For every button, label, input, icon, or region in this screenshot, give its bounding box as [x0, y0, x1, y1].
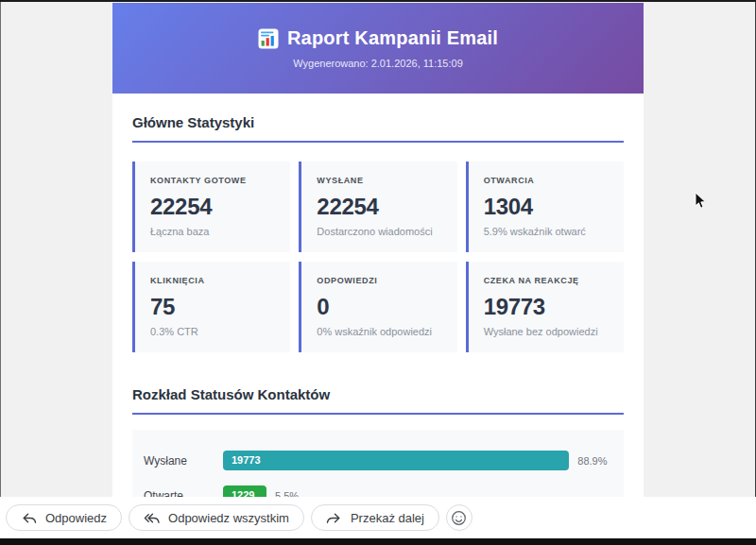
stat-card-klikniecia: KLIKNIĘCIA 75 0.3% CTR: [132, 262, 290, 352]
stat-value: 22254: [317, 195, 441, 219]
chart-bar-otwarte: 1229: [223, 485, 266, 497]
smiley-icon: [451, 510, 467, 526]
chart-row-wyslane: Wysłane 19773 88.9%: [144, 451, 612, 470]
status-distribution-chart: Wysłane 19773 88.9% Otwarte 1229 5.5%: [132, 430, 624, 497]
email-action-bar: Odpowiedz Odpowiedz wszystkim Przekaż da…: [0, 497, 756, 538]
mouse-cursor: [695, 192, 707, 213]
reply-icon: [21, 511, 37, 525]
reply-all-button[interactable]: Odpowiedz wszystkim: [129, 504, 304, 531]
stat-subtext: Dostarczono wiadomości: [317, 226, 441, 238]
email-title: Raport Kampanii Email: [287, 27, 498, 49]
chart-bar-track: 1229 5.5%: [223, 485, 612, 497]
stat-label: ODPOWIEDZI: [317, 276, 441, 286]
forward-icon: [326, 511, 342, 525]
stat-label: KONTAKTY GOTOWE: [150, 176, 275, 186]
reply-button-label: Odpowiedz: [45, 511, 107, 525]
distribution-section-heading: Rozkład Statusów Kontaktów: [132, 386, 624, 415]
stat-value: 22254: [150, 195, 275, 219]
stat-value: 75: [150, 295, 275, 319]
chart-category-label: Wysłane: [144, 454, 223, 468]
stat-subtext: 0% wskaźnik odpowiedzi: [317, 326, 441, 338]
chart-percent-label: 88.9%: [577, 455, 607, 467]
stats-section-heading: Główne Statystyki: [132, 114, 624, 143]
stats-cards-grid: KONTAKTY GOTOWE 22254 Łączna baza WYSŁAN…: [132, 162, 624, 352]
chart-bar-wyslane: 19773: [223, 451, 569, 470]
chart-bar-track: 19773 88.9%: [223, 451, 612, 470]
stat-value: 1304: [484, 195, 609, 219]
window-top-edge: [0, 0, 756, 2]
forward-button-label: Przekaż dalej: [351, 511, 424, 525]
stat-card-czeka-na-reakcje: CZEKA NA REAKCJĘ 19773 Wysłane bez odpow…: [466, 262, 624, 352]
stat-card-wyslane: WYSŁANE 22254 Dostarczono wiadomości: [299, 162, 456, 252]
reply-all-button-label: Odpowiedz wszystkim: [168, 511, 289, 525]
reply-all-icon: [144, 511, 160, 525]
stat-card-odpowiedzi: ODPOWIEDZI 0 0% wskaźnik odpowiedzi: [299, 262, 456, 352]
chart-percent-label: 5.5%: [275, 490, 299, 498]
email-report-header: Raport Kampanii Email Wygenerowano: 2.01…: [112, 3, 644, 94]
generated-timestamp: Wygenerowano: 2.01.2026, 11:15:09: [293, 58, 463, 69]
chart-category-label: Otwarte: [144, 489, 223, 498]
stat-subtext: Wysłane bez odpowiedzi: [484, 326, 609, 338]
emoji-reaction-button[interactable]: [446, 504, 472, 531]
stat-card-otwarcia: OTWARCIA 1304 5.9% wskaźnik otwarć: [466, 162, 624, 252]
window-left-edge: [0, 2, 1, 497]
reply-button[interactable]: Odpowiedz: [6, 504, 122, 531]
forward-button[interactable]: Przekaż dalej: [311, 504, 439, 531]
stat-value: 19773: [484, 295, 609, 319]
stat-card-kontakty-gotowe: KONTAKTY GOTOWE 22254 Łączna baza: [132, 162, 290, 252]
stat-label: WYSŁANE: [317, 176, 441, 186]
stat-subtext: 5.9% wskaźnik otwarć: [484, 226, 609, 238]
stat-value: 0: [317, 295, 441, 319]
stat-label: OTWARCIA: [484, 176, 609, 186]
screen: Raport Kampanii Email Wygenerowano: 2.01…: [0, 0, 756, 545]
email-message-body: Raport Kampanii Email Wygenerowano: 2.01…: [112, 3, 644, 497]
stat-label: CZEKA NA REAKCJĘ: [484, 276, 609, 286]
stat-label: KLIKNIĘCIA: [150, 276, 275, 286]
stat-subtext: 0.3% CTR: [150, 326, 275, 338]
chart-row-otwarte: Otwarte 1229 5.5%: [144, 485, 612, 497]
stat-subtext: Łączna baza: [150, 226, 275, 238]
window-bottom-edge: [0, 538, 756, 545]
bar-chart-emoji-icon: [258, 28, 279, 49]
